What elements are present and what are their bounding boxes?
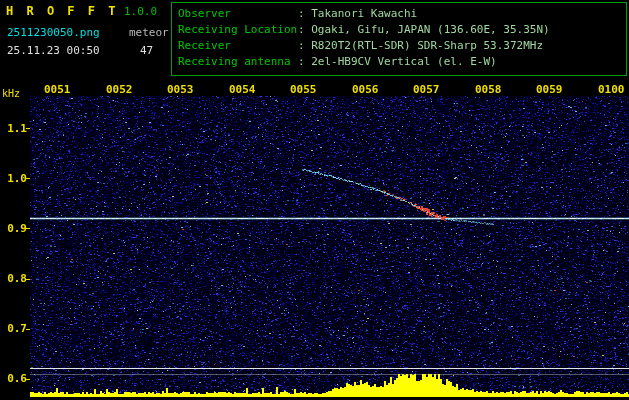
x-tick-label: 0054 — [229, 83, 256, 96]
x-tick-label: 0051 — [44, 83, 71, 96]
x-tick-label: 0059 — [536, 83, 563, 96]
echo-count: 47 — [140, 44, 153, 57]
info-label: Receiver — [178, 38, 298, 54]
y-tick-label: 1.1 — [3, 122, 27, 135]
info-row-observer: Observer : Takanori Kawachi — [178, 6, 626, 22]
x-tick-label: 0056 — [352, 83, 379, 96]
mode-label: meteor — [129, 26, 169, 39]
info-label: Receiving antenna — [178, 54, 298, 70]
y-axis-unit-label: kHz — [2, 88, 20, 99]
info-row-receiver: Receiver : R820T2(RTL-SDR) SDR-Sharp 53.… — [178, 38, 626, 54]
timestamp: 25.11.23 00:50 — [7, 44, 100, 57]
x-tick-label: 0100 — [598, 83, 625, 96]
hrofft-screenshot: H R O F F T 1.0.0 2511230050.png meteor … — [0, 0, 629, 400]
x-tick-label: 0058 — [475, 83, 502, 96]
station-info-panel: Observer : Takanori Kawachi Receiving Lo… — [171, 2, 627, 76]
x-tick-label: 0055 — [290, 83, 317, 96]
x-tick-label: 0057 — [413, 83, 440, 96]
info-value: : R820T2(RTL-SDR) SDR-Sharp 53.372MHz — [298, 38, 543, 54]
x-tick-label: 0052 — [106, 83, 133, 96]
info-value: : Takanori Kawachi — [298, 6, 417, 22]
y-tick-label: 0.8 — [3, 272, 27, 285]
y-tick-label: 0.7 — [3, 322, 27, 335]
info-row-antenna: Receiving antenna : 2el-HB9CV Vertical (… — [178, 54, 626, 70]
info-row-location: Receiving Location : Ogaki, Gifu, JAPAN … — [178, 22, 626, 38]
x-tick-label: 0053 — [167, 83, 194, 96]
output-filename: 2511230050.png — [7, 26, 100, 39]
header: H R O F F T 1.0.0 2511230050.png meteor … — [0, 0, 629, 82]
y-tick-label: 1.0 — [3, 172, 27, 185]
info-label: Receiving Location — [178, 22, 298, 38]
y-tick-label: 0.6 — [3, 372, 27, 385]
y-tick-label: 0.9 — [3, 222, 27, 235]
info-value: : Ogaki, Gifu, JAPAN (136.60E, 35.35N) — [298, 22, 550, 38]
app-version: 1.0.0 — [124, 5, 157, 18]
app-title: H R O F F T — [6, 4, 118, 18]
info-label: Observer — [178, 6, 298, 22]
info-value: : 2el-HB9CV Vertical (el. E-W) — [298, 54, 497, 70]
